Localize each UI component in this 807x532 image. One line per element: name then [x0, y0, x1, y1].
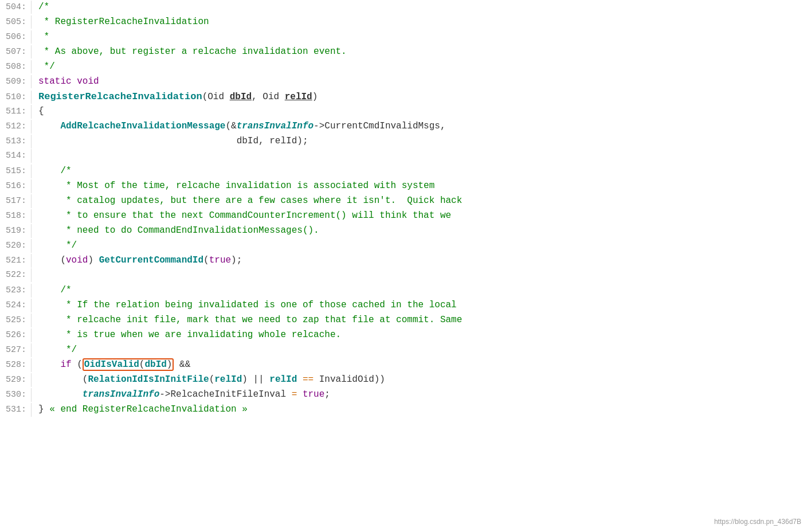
- line-num-526: 526:: [0, 328, 32, 342]
- code-line-527: 527: */: [0, 343, 807, 358]
- code-line-528: 528: if (OidIsValid(dbId) &&: [0, 358, 807, 373]
- line-num-511: 511:: [0, 105, 32, 118]
- line-num-527: 527:: [0, 343, 32, 357]
- code-container: 504: /* 505: * RegisterRelcacheInvalidat…: [0, 0, 807, 532]
- line-num-509: 509:: [0, 75, 32, 88]
- line-content-529: (RelationIdIsInInitFile(relId) || relId …: [38, 373, 807, 387]
- code-line-510: 510: RegisterRelcacheInvalidation(Oid db…: [0, 89, 807, 104]
- highlight-oidisvalid: OidIsValid(dbId): [83, 358, 174, 371]
- line-num-520: 520:: [0, 239, 32, 252]
- line-content-530: transInvalInfo->RelcacheInitFileInval = …: [38, 388, 807, 402]
- line-num-522: 522:: [0, 268, 32, 281]
- line-content-506: *: [38, 30, 807, 44]
- line-num-531: 531:: [0, 403, 32, 416]
- code-line-516: 516: * Most of the time, relcache invali…: [0, 179, 807, 194]
- line-content-509: static void: [38, 75, 807, 89]
- code-line-523: 523: /*: [0, 283, 807, 298]
- line-content-519: * need to do CommandEndInvalidationMessa…: [38, 224, 807, 238]
- line-num-523: 523:: [0, 284, 32, 297]
- line-content-518: * to ensure that the next CommandCounter…: [38, 209, 807, 223]
- line-num-519: 519:: [0, 224, 32, 237]
- line-num-518: 518:: [0, 209, 32, 222]
- line-num-510: 510:: [0, 91, 32, 104]
- line-content-512: AddRelcacheInvalidationMessage(&transInv…: [38, 119, 807, 134]
- code-line-530: 530: transInvalInfo->RelcacheInitFileInv…: [0, 388, 807, 402]
- code-line-519: 519: * need to do CommandEndInvalidation…: [0, 224, 807, 238]
- line-num-516: 516:: [0, 179, 32, 193]
- code-line-529: 529: (RelationIdIsInInitFile(relId) || r…: [0, 373, 807, 388]
- line-content-517: * catalog updates, but there are a few c…: [38, 194, 807, 208]
- line-num-515: 515:: [0, 165, 32, 178]
- line-content-528: if (OidIsValid(dbId) &&: [38, 358, 807, 372]
- line-num-505: 505:: [0, 15, 32, 29]
- line-content-510: RegisterRelcacheInvalidation(Oid dbId, O…: [38, 89, 807, 104]
- line-num-528: 528:: [0, 358, 32, 371]
- line-content-524: * If the relation being invalidated is o…: [38, 298, 807, 312]
- line-num-514: 514:: [0, 149, 32, 162]
- line-content-520: */: [38, 238, 807, 253]
- code-line-514: 514:: [0, 149, 807, 164]
- code-line-512: 512: AddRelcacheInvalidationMessage(&tra…: [0, 119, 807, 134]
- line-content-516: * Most of the time, relcache invalidatio…: [38, 179, 807, 193]
- code-line-524: 524: * If the relation being invalidated…: [0, 298, 807, 313]
- line-num-530: 530:: [0, 388, 32, 401]
- line-content-505: * RegisterRelcacheInvalidation: [38, 15, 807, 29]
- code-line-515: 515: /*: [0, 164, 807, 179]
- line-content-504: /*: [38, 0, 807, 14]
- line-content-513: dbId, relId);: [38, 134, 807, 148]
- code-line-518: 518: * to ensure that the next CommandCo…: [0, 209, 807, 224]
- code-line-506: 506: *: [0, 30, 807, 45]
- line-content-526: * is true when we are invalidating whole…: [38, 328, 807, 342]
- line-num-524: 524:: [0, 299, 32, 312]
- line-content-515: /*: [38, 164, 807, 178]
- code-line-526: 526: * is true when we are invalidating …: [0, 328, 807, 343]
- code-line-511: 511: {: [0, 104, 807, 119]
- code-line-522: 522:: [0, 268, 807, 283]
- code-line-507: 507: * As above, but register a relcache…: [0, 45, 807, 60]
- code-line-521: 521: (void) GetCurrentCommandId(true);: [0, 253, 807, 268]
- code-line-505: 505: * RegisterRelcacheInvalidation: [0, 15, 807, 30]
- line-num-504: 504:: [0, 1, 32, 14]
- line-num-525: 525:: [0, 314, 32, 327]
- code-line-525: 525: * relcache init file, mark that we …: [0, 313, 807, 328]
- watermark: https://blog.csdn.pn_436d7B: [714, 517, 801, 527]
- line-num-507: 507:: [0, 45, 32, 58]
- code-line-517: 517: * catalog updates, but there are a …: [0, 194, 807, 209]
- line-content-508: */: [38, 60, 807, 74]
- line-content-523: /*: [38, 283, 807, 298]
- line-num-512: 512:: [0, 120, 32, 133]
- code-line-520: 520: */: [0, 238, 807, 253]
- line-num-508: 508:: [0, 60, 32, 73]
- code-line-513: 513: dbId, relId);: [0, 134, 807, 149]
- line-num-529: 529:: [0, 373, 32, 386]
- line-content-525: * relcache init file, mark that we need …: [38, 313, 807, 327]
- line-content-527: */: [38, 343, 807, 357]
- line-num-506: 506:: [0, 30, 32, 44]
- line-num-513: 513:: [0, 135, 32, 148]
- line-num-517: 517:: [0, 194, 32, 208]
- line-content-521: (void) GetCurrentCommandId(true);: [38, 253, 807, 268]
- code-line-531: 531: } « end RegisterRelcacheInvalidatio…: [0, 402, 807, 417]
- line-content-507: * As above, but register a relcache inva…: [38, 45, 807, 59]
- code-line-509: 509: static void: [0, 75, 807, 89]
- line-num-521: 521:: [0, 254, 32, 267]
- code-line-504: 504: /*: [0, 0, 807, 15]
- line-content-531: } « end RegisterRelcacheInvalidation »: [38, 402, 807, 417]
- line-content-511: {: [38, 104, 807, 119]
- code-line-508: 508: */: [0, 60, 807, 75]
